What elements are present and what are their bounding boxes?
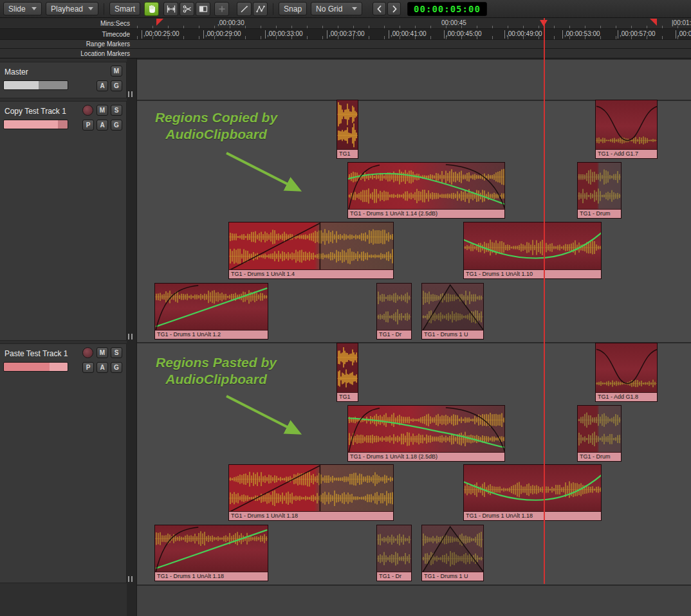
- annotation-line: Regions Copied by: [143, 109, 290, 126]
- region-name-label: TG1 - Drum: [578, 452, 621, 461]
- audio-region[interactable]: TG1 - Drums 1 UnAlt 1.18: [154, 525, 268, 581]
- session-start-marker[interactable]: [156, 19, 163, 26]
- timecode-tick-label: ,00:00:25:00: [142, 30, 180, 39]
- audio-region[interactable]: TG1 - Drums 1 UnAlt 1.4: [228, 222, 394, 279]
- annotation-line: AudioClipboard: [143, 126, 290, 143]
- grid-dropdown[interactable]: No Grid: [311, 2, 362, 15]
- record-arm-button[interactable]: [82, 347, 93, 358]
- audio-region[interactable]: TG1 - Drum: [577, 405, 622, 462]
- region-name-label: TG1 - Drums 1 U: [422, 572, 483, 581]
- track-button-g[interactable]: G: [111, 362, 122, 373]
- stretch-icon: [198, 4, 208, 14]
- toolbar-separator: [273, 3, 273, 15]
- audio-region[interactable]: TG1 - Drums 1 U: [421, 283, 484, 340]
- nav-prev-button[interactable]: [373, 2, 386, 15]
- grab-tool[interactable]: [144, 2, 159, 16]
- cut-tool[interactable]: [180, 2, 194, 16]
- location-markers-ruler[interactable]: Location Markers: [0, 49, 691, 59]
- region-name-label: TG1 - Dr: [377, 572, 411, 581]
- range-markers-ruler[interactable]: Range Markers: [0, 40, 691, 49]
- audio-region[interactable]: TG1 - Dr: [376, 525, 412, 581]
- audio-region[interactable]: TG1 - Drums 1 U: [421, 525, 484, 581]
- region-name-label: TG1 - Drums 1 UnAlt 1.4: [229, 269, 393, 278]
- daw-editor-window: Slide Playhead Smart Snap No Grid 00:00:…: [0, 0, 691, 616]
- chevron-left-icon: [376, 5, 383, 13]
- audio-region[interactable]: TG1 - Add G1.7: [595, 100, 658, 159]
- region-waveform: [578, 406, 622, 453]
- nav-next-button[interactable]: [387, 2, 401, 15]
- range-tool[interactable]: [163, 2, 178, 16]
- grab-icon: [147, 4, 157, 14]
- track-button-a[interactable]: A: [97, 80, 108, 91]
- region-waveform: [229, 222, 394, 271]
- audio-region[interactable]: TG1 - Dr: [376, 283, 412, 340]
- chevron-down-icon: [32, 7, 37, 10]
- region-name-label: TG1 - Drum: [578, 209, 621, 218]
- session-end-marker[interactable]: [650, 19, 657, 26]
- stretch-tool[interactable]: [196, 2, 210, 16]
- timecode-tick-label: ,00:00:45:00: [444, 30, 482, 39]
- track-button-g[interactable]: G: [111, 80, 122, 91]
- region-name-label: TG1 - Drums 1 UnAlt 1.18: [155, 572, 268, 581]
- track-button-m[interactable]: M: [111, 66, 122, 77]
- track-button-a[interactable]: A: [97, 120, 108, 131]
- audio-region[interactable]: TG1 - Drums 1 UnAlt 1.2: [154, 283, 268, 340]
- track-button-s[interactable]: S: [111, 347, 122, 358]
- region-waveform: [422, 284, 484, 331]
- annotation-text: Regions Copied byAudioClipboard: [143, 109, 290, 143]
- audio-region[interactable]: TG1 - Drums 1 UnAlt 1.18 (2.5dB): [347, 405, 505, 462]
- draw-tool[interactable]: [237, 2, 252, 16]
- audio-region[interactable]: TG1 - Drums 1 UnAlt 1.10: [463, 222, 602, 279]
- minsecs-tick-label: 00:00:45: [441, 19, 466, 26]
- track-resize-handle[interactable]: [128, 576, 133, 582]
- draw-icon: [239, 4, 250, 14]
- edit-mode-dropdown[interactable]: Slide: [3, 2, 42, 15]
- gain-fader[interactable]: [3, 362, 68, 372]
- track-header-paste-test-track-1[interactable]: Paste Test Track 1MSPAG: [0, 343, 127, 583]
- timecode-ruler[interactable]: Timecode ,00:00:25:00,00:00:29:00,00:00:…: [0, 29, 691, 40]
- track-button-m[interactable]: M: [97, 347, 108, 358]
- region-waveform: [377, 525, 412, 573]
- track-button-s[interactable]: S: [111, 105, 122, 116]
- track-button-g[interactable]: G: [111, 120, 122, 131]
- track-button-p[interactable]: P: [82, 362, 94, 373]
- track-resize-handle[interactable]: [128, 334, 133, 340]
- record-arm-button[interactable]: [82, 105, 93, 116]
- minsecs-tick-label: |00:01:0: [672, 19, 691, 26]
- track-lane: [137, 584, 691, 616]
- edit-tool[interactable]: [253, 2, 268, 16]
- gain-fader[interactable]: [3, 120, 68, 129]
- gain-fader[interactable]: [3, 80, 68, 90]
- region-waveform: [155, 525, 268, 573]
- region-name-label: TG1 - Add G1.7: [596, 149, 657, 158]
- minsecs-ruler[interactable]: Mins:Secs ,00:00:3000:00:45|00:01:0: [0, 18, 691, 29]
- playhead-line: [544, 18, 545, 584]
- audio-region[interactable]: TG1 - Drums 1 UnAlt 1.18: [228, 464, 394, 521]
- track-button-p[interactable]: P: [82, 120, 94, 131]
- audio-region[interactable]: TG1 - Drum: [577, 162, 622, 219]
- chevron-down-icon: [88, 7, 93, 10]
- region-name-label: TG1: [337, 392, 358, 401]
- track-header-copy-test-track-1[interactable]: Copy Test Track 1MSPAG: [0, 101, 127, 341]
- smart-mode-button[interactable]: Smart: [109, 2, 140, 15]
- region-name-label: TG1 - Dr: [377, 330, 411, 339]
- audio-region[interactable]: TG1: [336, 343, 358, 402]
- audio-region[interactable]: TG1: [336, 100, 358, 159]
- region-name-label: TG1 - Drums 1 UnAlt 1.2: [155, 330, 268, 339]
- audio-region[interactable]: TG1 - Drums 1 UnAlt 1.18: [463, 464, 602, 521]
- track-button-a[interactable]: A: [97, 362, 108, 373]
- region-waveform: [348, 406, 505, 453]
- ruler-row-label: Range Markers: [0, 40, 133, 48]
- track-button-m[interactable]: M: [97, 105, 108, 116]
- snap-button[interactable]: Snap: [279, 2, 307, 15]
- track-name: Master: [5, 68, 28, 77]
- transport-clock[interactable]: 00:00:05:00: [407, 2, 487, 16]
- audio-region[interactable]: TG1 - Drums 1 UnAlt 1.14 (2.5dB): [347, 162, 505, 219]
- audition-tool[interactable]: [214, 2, 229, 16]
- edit-point-dropdown[interactable]: Playhead: [46, 2, 98, 15]
- audio-region[interactable]: TG1 - Add G1.8: [595, 343, 658, 402]
- track-resize-handle[interactable]: [128, 91, 133, 97]
- track-lane: [137, 59, 691, 100]
- region-waveform: [464, 222, 602, 271]
- track-header-master[interactable]: MasterMAG: [0, 62, 127, 98]
